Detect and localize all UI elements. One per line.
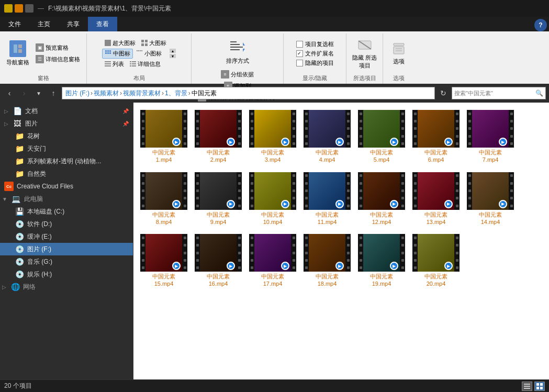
hidden-checkbox-label: 隐藏的项目 xyxy=(305,59,334,67)
pc-arrow: ▼ xyxy=(2,196,7,202)
breadcrumb-4[interactable]: 1、背景 xyxy=(165,89,187,98)
large-icons-btn[interactable]: 大图标 xyxy=(139,39,169,48)
search-input[interactable] xyxy=(454,90,535,96)
file-item-11[interactable]: ▶ 中国元素11.mp4 xyxy=(301,169,353,229)
tab-share[interactable]: 共享 xyxy=(59,17,88,31)
sidebar-item-drive-e[interactable]: 💿 缓冲 (E:) xyxy=(0,230,133,243)
medium-icons-btn[interactable]: 中图标 xyxy=(102,49,133,59)
hidden-checkbox-toggle[interactable] xyxy=(296,60,303,66)
file-item-14[interactable]: ▶ 中国元素14.mp4 xyxy=(464,169,517,229)
preview-pane-button[interactable]: ▣ 预览窗格 xyxy=(33,42,82,53)
breadcrumb-2[interactable]: 视频素材 xyxy=(94,89,119,98)
file-item-18[interactable]: ▶ 中国元素18.mp4 xyxy=(301,231,353,291)
details-label: 详细信息窗格 xyxy=(46,55,80,63)
icon-view-btn[interactable] xyxy=(534,382,545,391)
show-hide-label: 显示/隐藏 xyxy=(302,73,327,84)
scroll-down[interactable]: ▼ xyxy=(170,54,176,58)
file-item-4[interactable]: ▶ 中国元素4.mp4 xyxy=(301,107,353,167)
svg-rect-19 xyxy=(105,63,111,64)
sidebar-item-huashu[interactable]: 📁 花树 xyxy=(0,130,133,142)
hide-selected-button[interactable]: 隐藏 所选项目 xyxy=(352,38,377,69)
sidebar-item-pictures[interactable]: ▷ 🖼 图片 📌 xyxy=(0,117,133,130)
file-item-19[interactable]: ▶ 中国元素19.mp4 xyxy=(355,231,408,291)
file-item-12[interactable]: ▶ 中国元素12.mp4 xyxy=(355,169,408,229)
list-view-btn[interactable] xyxy=(522,382,532,391)
extra-large-icons-btn[interactable]: 超大图标 xyxy=(102,39,138,48)
film-strip-left xyxy=(249,234,254,272)
details-btn[interactable]: 详细信息 xyxy=(127,60,163,69)
options-button[interactable]: 选项 xyxy=(388,38,409,69)
sidebar-item-drive-g[interactable]: 💿 音乐 (G:) xyxy=(0,255,133,268)
sidebar-item-cc-files[interactable]: Cc Creative Cloud Files xyxy=(0,180,133,193)
sidebar-item-nature[interactable]: 📁 自然类 xyxy=(0,167,133,180)
sidebar-item-drive-h[interactable]: 💿 娱乐 (H:) xyxy=(0,268,133,281)
ribbon-group-hide: 隐藏 所选项目 所选项目 xyxy=(346,33,383,84)
sort-button[interactable]: 排序方式 xyxy=(219,36,256,67)
file-item-13[interactable]: ▶ 中国元素13.mp4 xyxy=(410,169,462,229)
file-name-10: 中国元素10.mp4 xyxy=(261,211,284,226)
sidebar-item-drive-d[interactable]: 💿 软件 (D:) xyxy=(0,218,133,230)
tab-home[interactable]: 主页 xyxy=(29,17,59,31)
group-by-button[interactable]: ≡ 分组依据 xyxy=(219,69,256,80)
options-icon xyxy=(391,41,406,56)
recent-locations-button[interactable]: ▼ xyxy=(32,87,45,99)
ribbon-tabs: 文件 主页 共享 查看 ? xyxy=(0,17,549,31)
svg-rect-45 xyxy=(540,387,543,389)
file-item-10[interactable]: ▶ 中国元素10.mp4 xyxy=(247,169,299,229)
file-name-7: 中国元素7.mp4 xyxy=(479,149,502,164)
sidebar-item-network[interactable]: ▷ 🌐 网络 xyxy=(0,281,133,293)
sidebar-item-drive-f[interactable]: 💿 图片 (F:) xyxy=(0,243,133,255)
forward-button[interactable]: › xyxy=(18,87,30,99)
breadcrumb-1[interactable]: 图片 (F:) xyxy=(65,89,89,98)
tab-view[interactable]: 查看 xyxy=(88,17,117,31)
file-item-2[interactable]: ▶ 中国元素2.mp4 xyxy=(192,107,244,167)
file-item-7[interactable]: ▶ 中国元素7.mp4 xyxy=(464,107,517,167)
file-item-6[interactable]: ▶ 中国元素6.mp4 xyxy=(410,107,462,167)
layout-row-2: 中图标 小图标 xyxy=(102,49,169,59)
svg-rect-26 xyxy=(132,65,136,66)
tab-file[interactable]: 文件 xyxy=(0,17,29,31)
address-path[interactable]: 图片 (F:) › 视频素材 › 视频背景素材 › 1、背景 › 中国元素 xyxy=(62,87,435,99)
ext-checkbox-toggle[interactable] xyxy=(296,50,303,57)
svg-rect-42 xyxy=(536,383,539,386)
arrow-icon-2: ▷ xyxy=(4,121,8,127)
file-name-14: 中国元素14.mp4 xyxy=(479,211,502,226)
sidebar-label-drive-g: 音乐 (G:) xyxy=(27,257,52,266)
file-item-17[interactable]: ▶ 中国元素17.mp4 xyxy=(247,231,299,291)
film-strip-left xyxy=(358,172,363,210)
item-checkbox-toggle[interactable] xyxy=(296,41,303,48)
sidebar-label-drive-h: 娱乐 (H:) xyxy=(27,270,52,279)
file-item-16[interactable]: ▶ 中国元素16.mp4 xyxy=(192,231,244,291)
navigation-pane-button[interactable]: 导航窗格 xyxy=(4,38,31,69)
list-btn[interactable]: 列表 xyxy=(102,60,126,69)
item-count: 20 个项目 xyxy=(4,382,32,390)
file-item-3[interactable]: ▶ 中国元素3.mp4 xyxy=(247,107,299,167)
breadcrumb-3[interactable]: 视频背景素材 xyxy=(123,89,161,98)
sidebar-item-documents[interactable]: ▷ 📄 文档 📌 xyxy=(0,105,133,117)
sidebar-item-drive-c[interactable]: 💾 本地磁盘 (C:) xyxy=(0,205,133,218)
file-item-8[interactable]: ▶ 中国元素8.mp4 xyxy=(138,169,190,229)
file-item-15[interactable]: ▶ 中国元素15.mp4 xyxy=(138,231,190,291)
file-item-9[interactable]: ▶ 中国元素9.mp4 xyxy=(192,169,244,229)
drive-h-icon: 💿 xyxy=(15,270,24,279)
svg-rect-0 xyxy=(14,44,17,53)
file-item-1[interactable]: ▶ 中国元素1.mp4 xyxy=(138,107,190,167)
file-item-20[interactable]: ▶ 中国元素20.mp4 xyxy=(410,231,462,291)
ribbon-group-pane: 导航窗格 ▣ 预览窗格 ☰ 详细信息窗格 窗格 xyxy=(0,33,87,84)
refresh-button[interactable]: ↻ xyxy=(437,87,450,99)
scroll-up[interactable]: ▲ xyxy=(170,49,176,53)
film-strip-left xyxy=(195,172,200,210)
help-button[interactable]: ? xyxy=(534,19,547,31)
details-pane-button[interactable]: ☰ 详细信息窗格 xyxy=(33,54,82,64)
file-name-4: 中国元素4.mp4 xyxy=(316,149,339,164)
up-button[interactable]: ↑ xyxy=(47,87,60,99)
svg-rect-39 xyxy=(524,384,530,385)
back-button[interactable]: ‹ xyxy=(3,87,16,99)
file-item-5[interactable]: ▶ 中国元素5.mp4 xyxy=(355,107,408,167)
sidebar-item-serial[interactable]: 📁 系列帧素材-透明 (动植物... xyxy=(0,155,133,167)
sidebar-item-tiananmen[interactable]: 📁 天安门 xyxy=(0,142,133,155)
film-strip-left xyxy=(140,110,145,148)
small-icons-btn[interactable]: 小图标 xyxy=(134,49,164,58)
search-icon[interactable]: 🔍 xyxy=(535,89,543,97)
title-icon-2 xyxy=(15,4,23,13)
